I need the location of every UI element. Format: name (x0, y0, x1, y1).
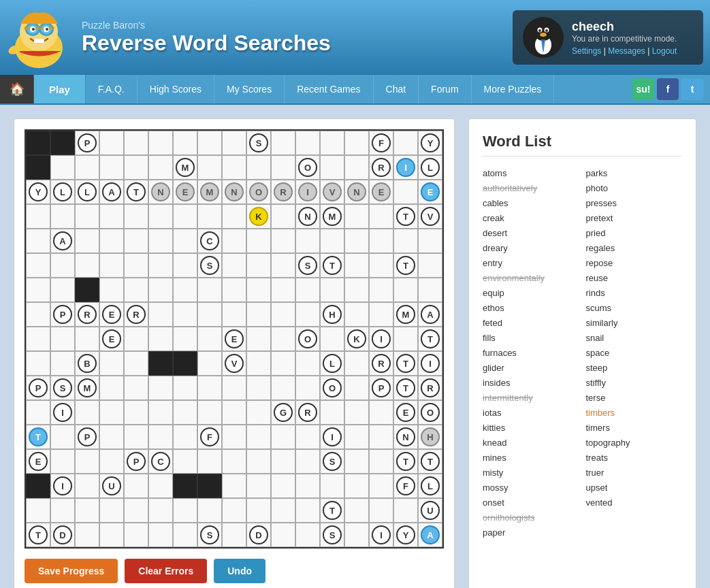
grid-cell[interactable] (344, 498, 369, 523)
home-button[interactable]: 🏠 (0, 75, 34, 103)
grid-cell[interactable] (50, 327, 75, 351)
grid-cell[interactable] (271, 229, 295, 253)
grid-cell[interactable]: B (75, 351, 99, 376)
word-item[interactable]: environmentally (483, 272, 579, 284)
grid-cell[interactable] (173, 498, 197, 523)
grid-cell[interactable] (320, 400, 344, 425)
nav-high-scores[interactable]: High Scores (138, 75, 214, 103)
grid-cell[interactable] (75, 449, 99, 474)
grid-cell[interactable] (393, 498, 418, 523)
grid-cell[interactable] (418, 229, 442, 253)
grid-cell[interactable] (295, 425, 320, 449)
grid-cell[interactable] (26, 204, 50, 229)
grid-cell[interactable]: P (75, 131, 99, 155)
grid-cell[interactable] (222, 278, 246, 302)
grid-cell[interactable] (173, 376, 197, 400)
grid-cell[interactable] (369, 449, 393, 474)
grid-cell[interactable] (50, 351, 75, 376)
grid-cell[interactable] (295, 449, 320, 474)
grid-cell[interactable] (26, 131, 50, 155)
grid-cell[interactable] (246, 327, 271, 351)
grid-cell[interactable]: L (418, 474, 442, 498)
grid-cell[interactable]: L (50, 180, 75, 204)
grid-cell[interactable] (222, 376, 246, 400)
logout-link[interactable]: Logout (652, 46, 677, 56)
grid-cell[interactable]: I (320, 425, 344, 449)
grid-cell[interactable] (148, 204, 173, 229)
grid-cell[interactable] (99, 425, 124, 449)
grid-cell[interactable] (75, 229, 99, 253)
grid-cell[interactable] (50, 498, 75, 523)
word-item[interactable]: onset (483, 496, 579, 509)
grid-cell[interactable] (222, 449, 246, 474)
grid-cell[interactable]: T (393, 376, 418, 400)
grid-cell[interactable] (99, 253, 124, 278)
grid-cell[interactable] (271, 498, 295, 523)
nav-more-puzzles[interactable]: More Puzzles (472, 75, 555, 103)
grid-cell[interactable] (271, 253, 295, 278)
grid-cell[interactable] (271, 449, 295, 474)
grid-cell[interactable] (75, 327, 99, 351)
grid-cell[interactable] (124, 131, 148, 155)
grid-cell[interactable]: R (418, 376, 442, 400)
word-item[interactable]: snail (586, 331, 683, 344)
grid-cell[interactable] (344, 351, 369, 376)
grid-cell[interactable] (246, 425, 271, 449)
grid-cell[interactable]: E (222, 327, 246, 351)
grid-cell[interactable] (148, 425, 173, 449)
grid-cell[interactable] (148, 253, 173, 278)
grid-cell[interactable] (344, 474, 369, 498)
grid-cell[interactable] (75, 523, 99, 547)
word-item[interactable]: timbers (586, 406, 683, 419)
grid-cell[interactable] (295, 302, 320, 327)
grid-cell[interactable] (222, 155, 246, 180)
grid-cell[interactable]: R (369, 155, 393, 180)
grid-cell[interactable] (246, 302, 271, 327)
play-button[interactable]: Play (34, 75, 86, 103)
grid-cell[interactable] (295, 278, 320, 302)
grid-cell[interactable] (197, 351, 222, 376)
grid-cell[interactable] (344, 155, 369, 180)
grid-cell[interactable] (369, 253, 393, 278)
word-item[interactable]: creak (483, 212, 579, 225)
grid-cell[interactable] (173, 204, 197, 229)
grid-cell[interactable] (124, 327, 148, 351)
grid-cell[interactable] (50, 155, 75, 180)
grid-cell[interactable] (246, 229, 271, 253)
grid-cell[interactable]: I (369, 523, 393, 547)
grid-cell[interactable] (197, 449, 222, 474)
grid-cell[interactable] (148, 474, 173, 498)
grid-cell[interactable]: P (124, 449, 148, 474)
grid-cell[interactable]: A (99, 180, 124, 204)
grid-cell[interactable]: R (124, 302, 148, 327)
grid-cell[interactable] (344, 302, 369, 327)
stumbleupon-button[interactable]: su! (632, 78, 654, 100)
grid-cell[interactable] (124, 278, 148, 302)
grid-cell[interactable]: A (418, 523, 442, 547)
grid-cell[interactable] (173, 449, 197, 474)
grid-cell[interactable]: T (393, 253, 418, 278)
grid-cell[interactable] (75, 400, 99, 425)
grid-cell[interactable] (393, 278, 418, 302)
grid-cell[interactable] (124, 229, 148, 253)
grid-cell[interactable] (99, 278, 124, 302)
grid-cell[interactable]: I (50, 474, 75, 498)
grid-cell[interactable] (26, 229, 50, 253)
grid-cell[interactable]: E (418, 180, 442, 204)
grid-cell[interactable] (75, 155, 99, 180)
word-item[interactable]: entry (483, 257, 579, 270)
grid-cell[interactable] (173, 400, 197, 425)
grid-cell[interactable] (344, 400, 369, 425)
word-item[interactable]: iotas (483, 406, 579, 419)
grid-cell[interactable]: R (295, 400, 320, 425)
grid-cell[interactable] (173, 327, 197, 351)
grid-cell[interactable] (148, 376, 173, 400)
grid-cell[interactable]: Y (393, 523, 418, 547)
word-item[interactable]: kitties (483, 421, 579, 434)
word-item[interactable]: similarly (586, 316, 683, 329)
grid-cell[interactable] (99, 131, 124, 155)
grid-cell[interactable] (222, 253, 246, 278)
grid-cell[interactable]: P (26, 376, 50, 400)
grid-cell[interactable] (124, 425, 148, 449)
word-item[interactable]: steep (586, 361, 683, 374)
